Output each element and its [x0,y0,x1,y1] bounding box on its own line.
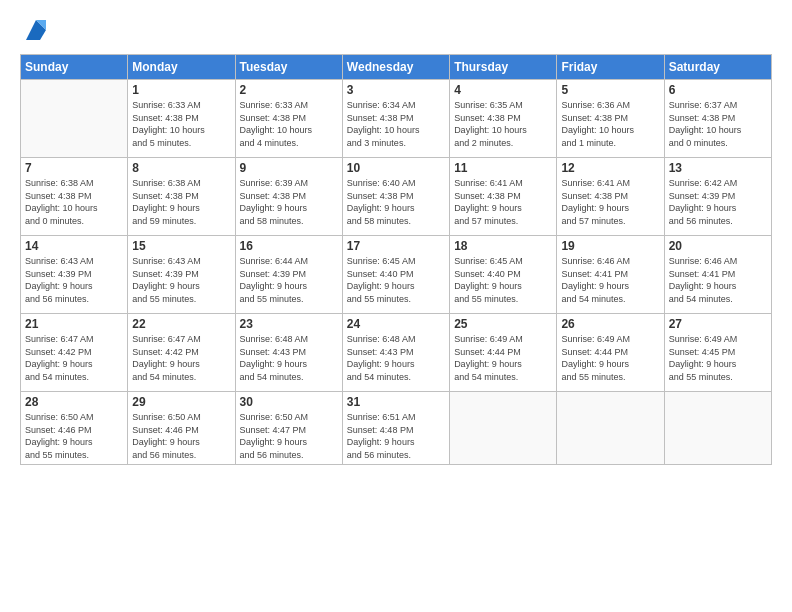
day-number: 17 [347,239,445,253]
calendar-cell: 12Sunrise: 6:41 AMSunset: 4:38 PMDayligh… [557,158,664,236]
day-info: Sunrise: 6:50 AMSunset: 4:46 PMDaylight:… [25,411,123,461]
day-info: Sunrise: 6:38 AMSunset: 4:38 PMDaylight:… [25,177,123,227]
calendar-cell: 29Sunrise: 6:50 AMSunset: 4:46 PMDayligh… [128,392,235,465]
day-number: 8 [132,161,230,175]
day-number: 7 [25,161,123,175]
day-number: 31 [347,395,445,409]
calendar-cell: 30Sunrise: 6:50 AMSunset: 4:47 PMDayligh… [235,392,342,465]
day-info: Sunrise: 6:47 AMSunset: 4:42 PMDaylight:… [25,333,123,383]
day-number: 9 [240,161,338,175]
day-number: 11 [454,161,552,175]
calendar-cell: 20Sunrise: 6:46 AMSunset: 4:41 PMDayligh… [664,236,771,314]
calendar-cell: 25Sunrise: 6:49 AMSunset: 4:44 PMDayligh… [450,314,557,392]
day-info: Sunrise: 6:49 AMSunset: 4:44 PMDaylight:… [454,333,552,383]
calendar-cell: 21Sunrise: 6:47 AMSunset: 4:42 PMDayligh… [21,314,128,392]
day-info: Sunrise: 6:40 AMSunset: 4:38 PMDaylight:… [347,177,445,227]
day-number: 23 [240,317,338,331]
day-info: Sunrise: 6:48 AMSunset: 4:43 PMDaylight:… [240,333,338,383]
day-info: Sunrise: 6:45 AMSunset: 4:40 PMDaylight:… [454,255,552,305]
calendar-cell: 11Sunrise: 6:41 AMSunset: 4:38 PMDayligh… [450,158,557,236]
day-number: 28 [25,395,123,409]
day-info: Sunrise: 6:51 AMSunset: 4:48 PMDaylight:… [347,411,445,461]
calendar-cell: 16Sunrise: 6:44 AMSunset: 4:39 PMDayligh… [235,236,342,314]
day-number: 13 [669,161,767,175]
day-number: 6 [669,83,767,97]
day-info: Sunrise: 6:49 AMSunset: 4:44 PMDaylight:… [561,333,659,383]
day-info: Sunrise: 6:50 AMSunset: 4:46 PMDaylight:… [132,411,230,461]
calendar-cell: 18Sunrise: 6:45 AMSunset: 4:40 PMDayligh… [450,236,557,314]
weekday-header-thursday: Thursday [450,55,557,80]
calendar-cell: 3Sunrise: 6:34 AMSunset: 4:38 PMDaylight… [342,80,449,158]
day-number: 25 [454,317,552,331]
day-info: Sunrise: 6:42 AMSunset: 4:39 PMDaylight:… [669,177,767,227]
day-number: 29 [132,395,230,409]
weekday-header-wednesday: Wednesday [342,55,449,80]
calendar-cell: 7Sunrise: 6:38 AMSunset: 4:38 PMDaylight… [21,158,128,236]
calendar-cell: 6Sunrise: 6:37 AMSunset: 4:38 PMDaylight… [664,80,771,158]
calendar-cell: 19Sunrise: 6:46 AMSunset: 4:41 PMDayligh… [557,236,664,314]
day-number: 24 [347,317,445,331]
day-info: Sunrise: 6:46 AMSunset: 4:41 PMDaylight:… [561,255,659,305]
day-info: Sunrise: 6:49 AMSunset: 4:45 PMDaylight:… [669,333,767,383]
day-info: Sunrise: 6:33 AMSunset: 4:38 PMDaylight:… [132,99,230,149]
calendar-cell: 14Sunrise: 6:43 AMSunset: 4:39 PMDayligh… [21,236,128,314]
day-info: Sunrise: 6:37 AMSunset: 4:38 PMDaylight:… [669,99,767,149]
day-info: Sunrise: 6:46 AMSunset: 4:41 PMDaylight:… [669,255,767,305]
day-number: 10 [347,161,445,175]
calendar-cell [21,80,128,158]
week-row-5: 28Sunrise: 6:50 AMSunset: 4:46 PMDayligh… [21,392,772,465]
week-row-2: 7Sunrise: 6:38 AMSunset: 4:38 PMDaylight… [21,158,772,236]
day-number: 19 [561,239,659,253]
day-number: 21 [25,317,123,331]
calendar-cell: 24Sunrise: 6:48 AMSunset: 4:43 PMDayligh… [342,314,449,392]
page: SundayMondayTuesdayWednesdayThursdayFrid… [0,0,792,612]
calendar-cell [450,392,557,465]
calendar-cell: 5Sunrise: 6:36 AMSunset: 4:38 PMDaylight… [557,80,664,158]
calendar-cell: 4Sunrise: 6:35 AMSunset: 4:38 PMDaylight… [450,80,557,158]
day-info: Sunrise: 6:45 AMSunset: 4:40 PMDaylight:… [347,255,445,305]
weekday-header-row: SundayMondayTuesdayWednesdayThursdayFrid… [21,55,772,80]
calendar-cell: 1Sunrise: 6:33 AMSunset: 4:38 PMDaylight… [128,80,235,158]
weekday-header-monday: Monday [128,55,235,80]
day-info: Sunrise: 6:34 AMSunset: 4:38 PMDaylight:… [347,99,445,149]
logo-icon [22,16,50,44]
calendar-cell: 8Sunrise: 6:38 AMSunset: 4:38 PMDaylight… [128,158,235,236]
day-number: 2 [240,83,338,97]
calendar-cell: 31Sunrise: 6:51 AMSunset: 4:48 PMDayligh… [342,392,449,465]
calendar-cell: 9Sunrise: 6:39 AMSunset: 4:38 PMDaylight… [235,158,342,236]
week-row-1: 1Sunrise: 6:33 AMSunset: 4:38 PMDaylight… [21,80,772,158]
weekday-header-friday: Friday [557,55,664,80]
calendar-cell: 27Sunrise: 6:49 AMSunset: 4:45 PMDayligh… [664,314,771,392]
calendar-cell [664,392,771,465]
day-number: 1 [132,83,230,97]
day-info: Sunrise: 6:50 AMSunset: 4:47 PMDaylight:… [240,411,338,461]
day-number: 26 [561,317,659,331]
day-number: 3 [347,83,445,97]
day-number: 22 [132,317,230,331]
calendar-cell: 26Sunrise: 6:49 AMSunset: 4:44 PMDayligh… [557,314,664,392]
logo [20,16,50,44]
day-number: 4 [454,83,552,97]
weekday-header-saturday: Saturday [664,55,771,80]
day-info: Sunrise: 6:44 AMSunset: 4:39 PMDaylight:… [240,255,338,305]
day-number: 16 [240,239,338,253]
calendar-cell: 28Sunrise: 6:50 AMSunset: 4:46 PMDayligh… [21,392,128,465]
weekday-header-sunday: Sunday [21,55,128,80]
calendar-cell: 2Sunrise: 6:33 AMSunset: 4:38 PMDaylight… [235,80,342,158]
day-info: Sunrise: 6:35 AMSunset: 4:38 PMDaylight:… [454,99,552,149]
day-info: Sunrise: 6:38 AMSunset: 4:38 PMDaylight:… [132,177,230,227]
day-info: Sunrise: 6:39 AMSunset: 4:38 PMDaylight:… [240,177,338,227]
day-info: Sunrise: 6:41 AMSunset: 4:38 PMDaylight:… [454,177,552,227]
calendar-cell: 15Sunrise: 6:43 AMSunset: 4:39 PMDayligh… [128,236,235,314]
day-number: 14 [25,239,123,253]
day-number: 5 [561,83,659,97]
day-info: Sunrise: 6:48 AMSunset: 4:43 PMDaylight:… [347,333,445,383]
header [20,16,772,44]
day-info: Sunrise: 6:33 AMSunset: 4:38 PMDaylight:… [240,99,338,149]
week-row-4: 21Sunrise: 6:47 AMSunset: 4:42 PMDayligh… [21,314,772,392]
day-info: Sunrise: 6:43 AMSunset: 4:39 PMDaylight:… [25,255,123,305]
week-row-3: 14Sunrise: 6:43 AMSunset: 4:39 PMDayligh… [21,236,772,314]
calendar-cell: 22Sunrise: 6:47 AMSunset: 4:42 PMDayligh… [128,314,235,392]
weekday-header-tuesday: Tuesday [235,55,342,80]
calendar-cell: 13Sunrise: 6:42 AMSunset: 4:39 PMDayligh… [664,158,771,236]
